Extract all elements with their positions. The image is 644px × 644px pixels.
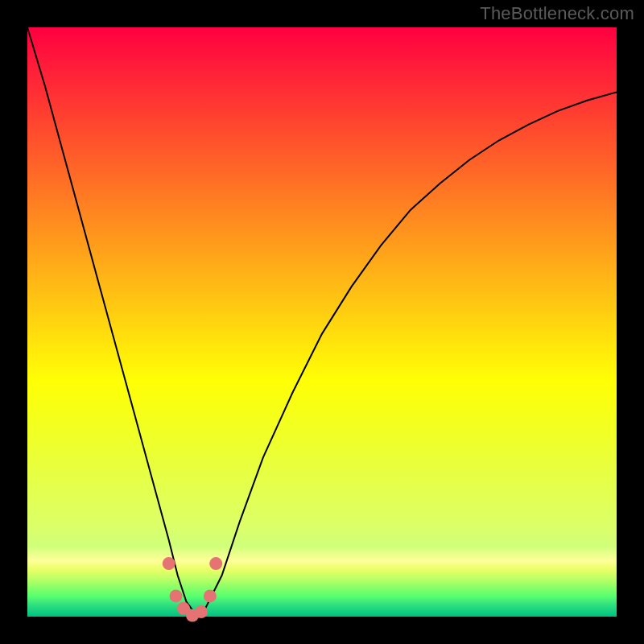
- curve-marker: [163, 557, 175, 570]
- curve-markers: [163, 557, 223, 621]
- watermark-text: TheBottleneck.com: [480, 3, 634, 24]
- bottleneck-curve: [27, 27, 617, 613]
- curve-marker: [209, 557, 222, 570]
- chart-svg: [27, 27, 617, 617]
- outer-frame: TheBottleneck.com: [0, 0, 644, 644]
- curve-marker: [195, 605, 208, 618]
- curve-marker: [204, 589, 217, 602]
- curve-marker: [170, 589, 183, 602]
